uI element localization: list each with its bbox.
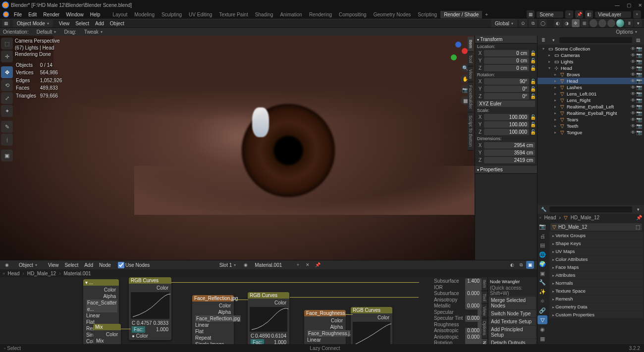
tool-move[interactable]: ✥	[1, 66, 13, 78]
lock-icon[interactable]: 🔓	[530, 114, 535, 120]
property-panel[interactable]: Attributes	[549, 271, 643, 279]
eye-icon[interactable]: 👁	[631, 117, 636, 122]
menu-window[interactable]: Window	[63, 11, 87, 18]
tab-scene[interactable]: 🌐	[537, 251, 547, 259]
property-panel[interactable]: Remesh	[549, 295, 643, 302]
render-icon[interactable]: 📷	[636, 52, 642, 58]
wrangler-item[interactable]: Add Principled Setup	[489, 326, 536, 339]
outliner-row[interactable]: ▾▭Scene Collection👁📷	[537, 46, 644, 52]
render-icon[interactable]: 📷	[636, 72, 642, 77]
shading-opts-icon[interactable]: ▾	[634, 19, 642, 27]
eye-icon[interactable]: 👁	[631, 91, 636, 97]
node-image-texture-1[interactable]: ▾ ...	[83, 279, 119, 286]
nav-gizmo[interactable]	[447, 40, 470, 62]
render-icon[interactable]: 📷	[636, 110, 642, 116]
render-icon[interactable]: 📷	[636, 104, 642, 109]
property-panel[interactable]: Face Maps	[549, 263, 643, 271]
outliner-row[interactable]: ▸▽Head👁📷	[537, 78, 644, 84]
render-icon[interactable]: 📷	[636, 65, 642, 71]
shader-param[interactable]: Subsurface IOR1.400	[433, 278, 483, 291]
workspace-tab[interactable]: Modeling	[131, 11, 158, 18]
wrangler-title[interactable]: Node Wrangler	[489, 278, 536, 285]
minimize-icon[interactable]: —	[615, 2, 620, 8]
dim-z[interactable]: 2419 cm	[484, 157, 535, 163]
node-canvas[interactable]: ▾ ... Color Alpha Face_Scatter e... Line…	[0, 277, 537, 344]
datablock-name[interactable]: HD_Male_12	[558, 224, 634, 230]
tab-material[interactable]: ◉	[537, 325, 547, 334]
lock-icon[interactable]: 🔓	[530, 94, 535, 99]
shader-param[interactable]: Subsurface Anisotropy0.000	[433, 291, 483, 303]
lock-icon[interactable]: 🔓	[530, 122, 535, 127]
node-menu-select[interactable]: Select	[61, 261, 81, 269]
tool-transform[interactable]: ✦	[1, 105, 13, 117]
workspace-tab[interactable]: Texture Paint	[215, 11, 251, 18]
shader-param[interactable]: Specular Tint0.000	[433, 315, 483, 322]
outliner-filter-icon[interactable]: ▤	[634, 36, 642, 44]
scene-pin-icon[interactable]: 📌	[575, 10, 583, 18]
workspace-tab[interactable]: Geometry Nodes	[370, 11, 415, 18]
outliner-row[interactable]: ▸▽Tongue👁📷	[537, 129, 644, 136]
workspace-tab[interactable]: Layout	[109, 11, 131, 18]
outliner-row[interactable]: ▸▽Teeth👁📷	[537, 123, 644, 129]
pause-render-icon[interactable]: ⏸	[625, 19, 633, 27]
menu-edit[interactable]: Edit	[25, 11, 40, 18]
workspace-tab[interactable]: Scripting	[414, 11, 440, 18]
node-panel-tab[interactable]: Options	[482, 318, 487, 338]
property-panel[interactable]: Shape Keys	[549, 240, 643, 247]
viewlayer-dropdown[interactable]: ViewLayer	[595, 11, 631, 18]
viewlayer-icon[interactable]: ◧	[585, 10, 593, 18]
wrangler-item[interactable]: Switch Node Type	[489, 310, 536, 317]
node-rgb-curves-3[interactable]: RGB Curves	[351, 307, 392, 313]
wrangler-item[interactable]: Add Texture Setup	[489, 318, 536, 325]
solid-shade-icon[interactable]	[598, 19, 606, 27]
close-icon[interactable]: ✕	[638, 2, 642, 8]
render-icon[interactable]: 📷	[636, 117, 642, 122]
lock-icon[interactable]: 🔓	[530, 79, 535, 84]
npanel-tab[interactable]: Script To Button	[468, 112, 474, 150]
property-panel[interactable]: Vertex Groups	[549, 232, 643, 239]
npanel-tab[interactable]: Item	[468, 37, 474, 52]
rendered-shade-icon[interactable]	[616, 19, 624, 27]
rot-x[interactable]: 90°	[484, 78, 529, 85]
render-icon[interactable]: 📷	[636, 78, 642, 84]
node-menu-node[interactable]: Node	[96, 261, 114, 269]
lock-icon[interactable]: 🔓	[530, 50, 535, 56]
pivot-icon[interactable]: ⊙	[519, 19, 527, 27]
transform-header[interactable]: Transform	[475, 36, 537, 44]
tab-data[interactable]: ▽	[537, 315, 547, 324]
tool-annotate[interactable]: ✎	[1, 121, 13, 133]
properties-header[interactable]: Properties	[475, 166, 537, 174]
3d-viewport[interactable]: ⬚ ✛ ✥ ⟲ ⤢ ✦ ✎ ⟊ ▣ Camera Perspective (67…	[0, 36, 537, 260]
editor-type-icon[interactable]: ▦	[2, 19, 10, 27]
node-menu-add[interactable]: Add	[81, 261, 96, 269]
outliner-row[interactable]: ▸▽Tears👁📷	[537, 116, 644, 123]
outliner-editor-icon[interactable]: ≣	[539, 36, 547, 44]
props-opts-icon[interactable]: ▾	[634, 205, 642, 213]
scene-new-icon[interactable]: +	[565, 10, 573, 18]
node-snap-icon[interactable]: ⧉	[517, 261, 525, 269]
use-nodes-checkbox[interactable]: Use Nodes	[118, 262, 150, 268]
wrangler-item[interactable]: Merge Selected Nodes	[489, 297, 536, 309]
mat-pin-icon[interactable]: 📌	[314, 261, 322, 269]
scale-z[interactable]: 100.000	[484, 129, 529, 135]
lock-icon[interactable]: 🔓	[530, 129, 535, 135]
property-panel[interactable]: Custom Properties	[549, 311, 643, 318]
workspace-tab[interactable]: Sculpting	[158, 11, 185, 18]
menu-render[interactable]: Render	[40, 11, 62, 18]
bc-object[interactable]: Head	[8, 271, 20, 276]
shader-param[interactable]: Metallic0.000	[433, 303, 483, 309]
node-rgb-curves-1[interactable]: RGB Curves	[129, 277, 171, 284]
outliner-row[interactable]: ▸▭Lights👁📷	[537, 58, 644, 65]
dim-y[interactable]: 3594 cm	[484, 150, 535, 156]
menu-help[interactable]: Help	[87, 11, 104, 18]
tool-measure[interactable]: ⟊	[1, 134, 13, 146]
material-name[interactable]: Material.001	[252, 262, 292, 268]
props-editor-icon[interactable]: 🔧	[539, 205, 547, 213]
render-icon[interactable]: 📷	[636, 46, 642, 51]
node-panel-tab[interactable]: View	[482, 304, 487, 318]
outliner-row[interactable]: ▸▽Lashes👁📷	[537, 84, 644, 91]
tool-rotate[interactable]: ⟲	[1, 79, 13, 91]
scale-x[interactable]: 100.000	[484, 114, 529, 120]
eye-icon[interactable]: 👁	[631, 123, 636, 129]
eye-icon[interactable]: 👁	[631, 46, 636, 51]
